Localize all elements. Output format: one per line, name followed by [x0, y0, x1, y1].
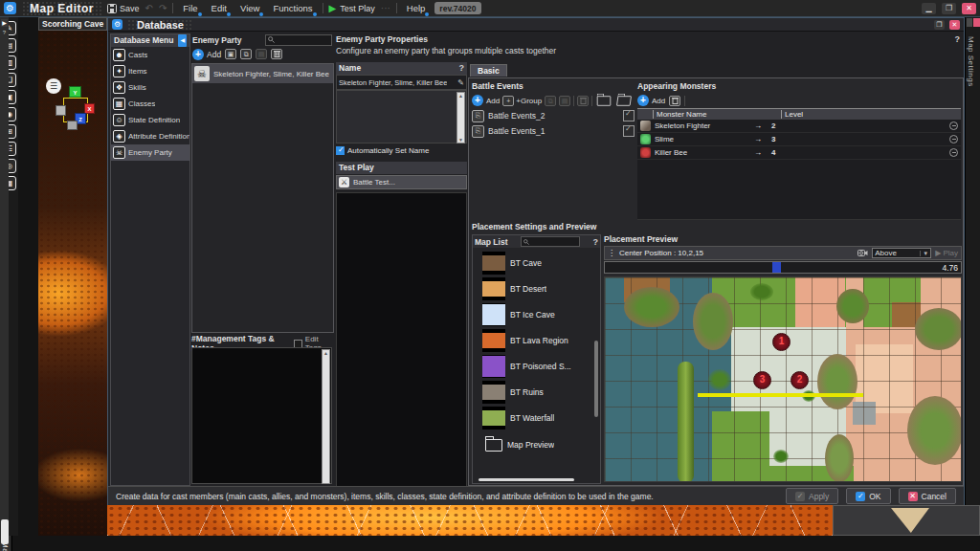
save-button[interactable]: Save	[107, 4, 140, 13]
battle-event-item[interactable]: ⎘ Battle Events_2	[472, 108, 635, 123]
open-folder-icon[interactable]	[616, 96, 632, 105]
camera-icon[interactable]	[858, 249, 868, 257]
map-list-hscrollbar[interactable]	[479, 478, 574, 481]
event-checkbox-icon[interactable]	[623, 125, 635, 137]
add-battle-event-button[interactable]: + Add	[472, 95, 500, 106]
monster-level[interactable]: 2	[766, 121, 949, 130]
copy-icon[interactable]: ⧉	[545, 96, 556, 106]
monster-row[interactable]: Skeleton Fighter → 2	[637, 120, 961, 133]
menu-item-state-definition[interactable]: ☺State Definition	[111, 112, 189, 128]
properties-help-icon[interactable]: ?	[955, 34, 961, 44]
gizmo-y-cube[interactable]: Y	[69, 86, 81, 98]
map-list-search-input[interactable]	[521, 236, 580, 247]
battle-test-button[interactable]: ⚔ Battle Test...	[336, 175, 467, 189]
map-list-item[interactable]: BT Ruins	[482, 379, 590, 405]
cancel-button[interactable]: ✕ Cancel	[899, 488, 956, 504]
preview-play-button[interactable]: ▶ Play	[935, 249, 958, 257]
map-list-scrollbar[interactable]	[594, 341, 598, 417]
menu-view[interactable]: View	[236, 1, 263, 15]
enemy-party-list-item[interactable]: ☠ Skeleton Fighter, Slime, Killer Bee	[192, 64, 333, 83]
viewport-menu-icon[interactable]: ☰	[46, 78, 61, 94]
collapse-icon[interactable]: ▶	[1, 19, 8, 27]
monster-level[interactable]: 4	[766, 148, 949, 157]
minimize-button[interactable]: ▁	[922, 3, 936, 14]
gizmo-gray-cube[interactable]	[56, 105, 66, 116]
menu-edit[interactable]: Edit	[208, 1, 231, 15]
remove-row-icon[interactable]	[949, 148, 958, 157]
edit-pencil-icon[interactable]: ✎	[457, 78, 464, 87]
menu-functions[interactable]: Functions	[269, 1, 316, 15]
menu-help[interactable]: Help	[403, 1, 430, 15]
view-mode-select[interactable]: Above ▼	[872, 248, 931, 258]
add-monster-button[interactable]: + Add	[637, 95, 665, 106]
undo-icon[interactable]: ↶	[145, 3, 153, 13]
map-list-item[interactable]: BT Ice Cave	[482, 301, 590, 327]
close-button[interactable]: ✕	[962, 3, 976, 14]
menu-item-classes[interactable]: ▦Classes	[111, 96, 189, 112]
menu-item-enemy-party[interactable]: ☠Enemy Party	[111, 144, 189, 161]
monster-row[interactable]: Slime → 3	[637, 133, 961, 146]
auto-name-checkbox[interactable]	[336, 146, 345, 155]
compass-widget[interactable]	[891, 508, 929, 533]
monster-row[interactable]: Killer Bee → 4	[637, 146, 961, 160]
add-enemy-party-button[interactable]: + Add	[192, 49, 221, 60]
ok-button[interactable]: ✓ OK	[846, 488, 890, 504]
scene-tab[interactable]: Scorching Cave	[38, 17, 107, 31]
maximize-button[interactable]: ❐	[942, 3, 956, 14]
gizmo-gray-cube[interactable]	[67, 121, 78, 130]
collapse-menu-icon[interactable]: ◀	[178, 34, 187, 47]
corner-handle[interactable]	[1, 519, 9, 544]
remove-row-icon[interactable]	[949, 135, 958, 143]
battle-event-item[interactable]: ⎘ Battle Events_1	[472, 123, 635, 139]
name-field[interactable]: Skeleton Fighter, Slime, Killer Bee ✎	[336, 75, 467, 90]
add-group-button[interactable]: + +Group	[502, 96, 542, 106]
zoom-slider[interactable]: 4.76	[604, 261, 962, 274]
scroll-up-icon[interactable]: ▲	[457, 93, 464, 99]
menu-item-casts[interactable]: ☻Casts	[111, 47, 189, 63]
scroll-up-icon[interactable]: ▲	[323, 350, 329, 356]
placement-preview-map[interactable]: 1 3 2	[604, 276, 962, 482]
menu-item-skills[interactable]: ❖Skills	[111, 79, 189, 96]
delete-icon[interactable]	[271, 49, 282, 59]
map-list-item[interactable]: BT Desert	[482, 276, 590, 301]
new-folder-icon[interactable]: ▣	[225, 49, 236, 59]
slider-thumb[interactable]	[772, 262, 781, 273]
placement-marker-1[interactable]: 1	[772, 333, 791, 351]
name-scrollbar[interactable]: ▲ ▼	[457, 92, 465, 143]
name-list-area[interactable]: ▲ ▼	[336, 90, 467, 143]
delete-monster-icon[interactable]	[669, 96, 680, 106]
map-list-item[interactable]: BT Cave	[482, 250, 590, 276]
panel-close-icon[interactable]	[973, 18, 980, 27]
delete-icon[interactable]	[577, 96, 589, 106]
map-list-item[interactable]: BT Waterfall	[482, 405, 590, 430]
menu-item-attribute-definition[interactable]: ◈Attribute Definition	[111, 128, 189, 144]
menu-file[interactable]: File	[179, 1, 201, 15]
apply-button[interactable]: ✓ Apply	[786, 488, 838, 504]
paste-icon[interactable]: ▤	[559, 96, 570, 106]
map-3d-viewport[interactable]: ☰ Y X Z	[38, 31, 107, 536]
map-preview-folder-item[interactable]: Map Preview	[482, 430, 590, 459]
menu-item-items[interactable]: ✦Items	[111, 63, 189, 79]
copy-icon[interactable]: ⧉	[240, 49, 252, 59]
enemy-party-search-input[interactable]	[265, 34, 332, 46]
name-help-icon[interactable]: ?	[459, 62, 465, 75]
panel-dock-icon[interactable]	[967, 18, 972, 27]
redo-icon[interactable]: ↷	[159, 3, 167, 13]
tab-basic[interactable]: Basic	[470, 64, 507, 77]
db-close-button[interactable]: ✕	[949, 20, 960, 30]
paste-icon[interactable]: ▤	[256, 49, 267, 59]
map-list-item[interactable]: BT Poisoned S...	[482, 353, 590, 379]
scroll-down-icon[interactable]: ▼	[457, 137, 464, 143]
remove-row-icon[interactable]	[949, 121, 958, 130]
folder-icon[interactable]	[597, 96, 611, 105]
help-icon[interactable]: ?	[1, 29, 8, 36]
tags-scrollbar[interactable]: ▲	[322, 349, 330, 484]
column-monster-name[interactable]: Monster Name	[653, 110, 781, 119]
map-list-help-icon[interactable]: ?	[592, 237, 598, 247]
monster-level[interactable]: 3	[766, 135, 949, 143]
db-maximize-button[interactable]: ❐	[934, 20, 945, 30]
test-play-button[interactable]: ▶ Test Play	[329, 3, 375, 13]
tags-notes-textarea[interactable]: ▲	[191, 347, 332, 484]
more-menu[interactable]: ···	[381, 3, 390, 13]
tab-map-settings[interactable]: Map Settings	[966, 31, 976, 93]
